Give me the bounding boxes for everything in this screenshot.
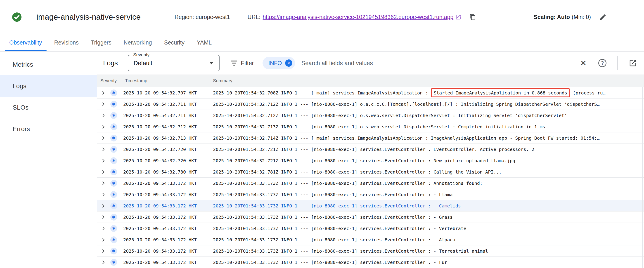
dropdown-arrow-icon [209,62,214,64]
log-timestamp: 2025-10-20 09:54:32.720 HKT [121,147,210,152]
pencil-icon[interactable] [600,13,606,20]
log-row[interactable]: ✱ 2025-10-20 09:54:33.172 HKT 2025-10-20… [97,178,644,189]
log-summary: 2025-10-20T01:54:33.173Z INFO 1 --- [nio… [210,237,644,243]
log-row[interactable]: ✱ 2025-10-20 09:54:33.172 HKT 2025-10-20… [97,246,644,257]
chevron-right-icon[interactable] [101,215,106,220]
log-row[interactable]: ✱ 2025-10-20 09:54:32.707 HKT 2025-10-20… [97,87,644,98]
log-row-severity-cell: ✱ [97,236,121,243]
tab-networking[interactable]: Networking [118,34,158,51]
tab-yaml[interactable]: YAML [190,34,218,51]
log-row[interactable]: ✱ 2025-10-20 09:54:32.720 HKT 2025-10-20… [97,144,644,155]
scaling-min: (Min: 0) [572,14,591,20]
log-row-severity-cell: ✱ [97,225,121,232]
help-icon[interactable]: ? [598,59,606,67]
log-summary: 2025-10-20T01:54:33.173Z INFO 1 --- [nio… [210,248,644,254]
log-timestamp: 2025-10-20 09:54:33.172 HKT [121,203,210,209]
log-summary: 2025-10-20T01:54:33.173Z INFO 1 --- [nio… [210,181,644,186]
log-timestamp: 2025-10-20 09:54:32.707 HKT [121,90,210,96]
content: Metrics Logs SLOs Errors Logs Severity D… [0,51,644,268]
chevron-right-icon[interactable] [101,90,106,95]
filter-chip-info[interactable]: INFO ✕ [262,57,295,69]
toolbar-icons: ✕ ? [580,56,638,70]
column-header-summary: Summary [210,75,644,87]
logs-panel: Logs Severity Default Filter INFO ✕ ✕ ? [97,51,644,268]
log-summary: 2025-10-20T01:54:32.708Z INFO 1 --- [ ma… [210,88,644,97]
sidebar-item-metrics[interactable]: Metrics [0,54,97,75]
log-summary: 2025-10-20T01:54:32.721Z INFO 1 --- [nio… [210,158,644,163]
log-row[interactable]: ✱ 2025-10-20 09:54:32.713 HKT 2025-10-20… [97,132,644,144]
info-asterisk-icon: ✱ [110,248,117,255]
chevron-right-icon[interactable] [101,113,106,118]
copy-icon[interactable] [470,14,476,20]
service-url-link[interactable]: https://image-analysis-native-service-10… [263,14,454,20]
log-timestamp: 2025-10-20 09:54:33.172 HKT [121,260,210,265]
log-row-severity-cell: ✱ [97,135,121,141]
chevron-right-icon[interactable] [101,136,106,141]
info-asterisk-icon: ✱ [110,259,117,266]
log-row[interactable]: ✱ 2025-10-20 09:54:33.172 HKT 2025-10-20… [97,234,644,246]
cancel-icon[interactable]: ✕ [285,59,292,67]
log-timestamp: 2025-10-20 09:54:33.172 HKT [121,215,210,220]
log-row[interactable]: ✱ 2025-10-20 09:54:32.720 HKT 2025-10-20… [97,155,644,166]
chevron-right-icon[interactable] [101,147,106,152]
open-in-new-icon[interactable] [455,14,461,20]
log-summary: 2025-10-20T01:54:32.713Z INFO 1 --- [nio… [210,124,644,129]
sidebar-item-errors[interactable]: Errors [0,118,97,140]
page-title: image-analysis-native-service [36,12,141,21]
info-asterisk-icon: ✱ [110,101,117,108]
log-timestamp: 2025-10-20 09:54:33.172 HKT [121,192,210,197]
log-row-severity-cell: ✱ [97,191,121,198]
service-header: image-analysis-native-service Region: eu… [0,0,644,34]
chevron-right-icon[interactable] [101,124,106,129]
log-row[interactable]: ✱ 2025-10-20 09:54:32.712 HKT 2025-10-20… [97,121,644,132]
log-row[interactable]: ✱ 2025-10-20 09:54:33.172 HKT 2025-10-20… [97,223,644,234]
log-row[interactable]: ✱ 2025-10-20 09:54:32.780 HKT 2025-10-20… [97,166,644,178]
chevron-right-icon[interactable] [101,102,106,107]
info-asterisk-icon: ✱ [110,214,117,221]
log-timestamp: 2025-10-20 09:54:33.172 HKT [121,226,210,231]
severity-dropdown-label: Severity [132,52,151,57]
chevron-right-icon[interactable] [101,181,106,186]
severity-dropdown[interactable]: Severity Default [128,55,220,71]
search-input[interactable] [302,60,580,67]
chevron-right-icon[interactable] [101,158,106,163]
log-rows: ✱ 2025-10-20 09:54:32.707 HKT 2025-10-20… [97,87,644,268]
log-row[interactable]: ✱ 2025-10-20 09:54:33.172 HKT 2025-10-20… [97,189,644,200]
logs-title: Logs [103,59,118,67]
chevron-right-icon[interactable] [101,170,106,174]
sidebar-item-slos[interactable]: SLOs [0,97,97,118]
chevron-right-icon[interactable] [101,203,106,208]
tab-revisions[interactable]: Revisions [48,34,85,51]
log-row[interactable]: ✱ 2025-10-20 09:54:33.172 HKT 2025-10-20… [97,257,644,268]
tab-security[interactable]: Security [158,34,190,51]
scrollbar[interactable] [642,87,643,268]
log-row[interactable]: ✱ 2025-10-20 09:54:33.172 HKT 2025-10-20… [97,212,644,223]
chevron-right-icon[interactable] [101,237,106,242]
info-asterisk-icon: ✱ [110,191,117,198]
log-summary: 2025-10-20T01:54:32.714Z INFO 1 --- [ ma… [210,135,644,141]
tab-triggers[interactable]: Triggers [85,34,118,51]
region-label: Region: europe-west1 [174,14,230,20]
info-asterisk-icon: ✱ [110,203,117,209]
tab-observability[interactable]: Observability [3,34,48,51]
log-row[interactable]: ✱ 2025-10-20 09:54:32.711 HKT 2025-10-20… [97,110,644,121]
open-in-new-icon[interactable] [628,59,637,67]
chevron-right-icon[interactable] [101,192,106,197]
info-asterisk-icon: ✱ [110,225,117,232]
log-row-severity-cell: ✱ [97,112,121,119]
chevron-right-icon[interactable] [101,249,106,254]
url-label: URL: [248,14,260,20]
log-timestamp: 2025-10-20 09:54:33.172 HKT [121,237,210,243]
info-asterisk-icon: ✱ [110,123,117,130]
chevron-right-icon[interactable] [101,260,106,265]
log-timestamp: 2025-10-20 09:54:32.720 HKT [121,158,210,163]
log-timestamp: 2025-10-20 09:54:32.712 HKT [121,124,210,129]
log-summary: 2025-10-20T01:54:32.712Z INFO 1 --- [nio… [210,101,644,107]
filter-button[interactable]: Filter [231,60,254,67]
chevron-right-icon[interactable] [101,226,106,231]
close-icon[interactable]: ✕ [580,59,587,67]
log-row[interactable]: ✱ 2025-10-20 09:54:32.711 HKT 2025-10-20… [97,98,644,110]
log-row-severity-cell: ✱ [97,146,121,153]
log-row[interactable]: ✱ 2025-10-20 09:54:33.172 HKT 2025-10-20… [97,200,644,212]
sidebar-item-logs[interactable]: Logs [0,75,97,97]
